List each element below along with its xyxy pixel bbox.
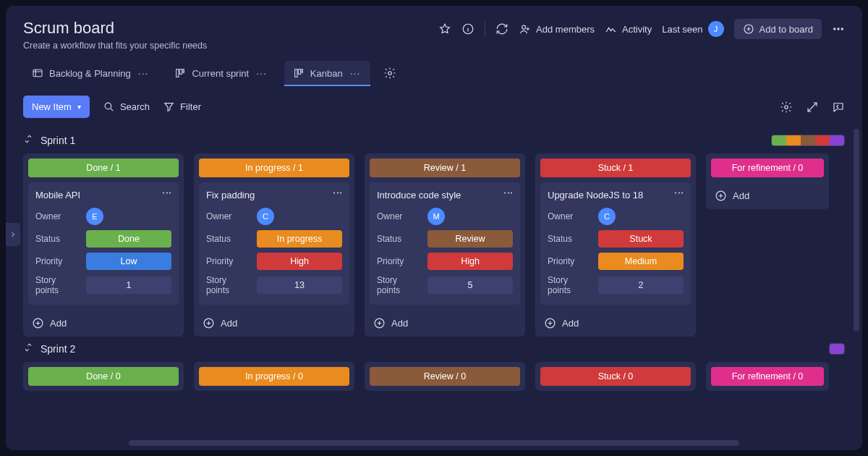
svg-point-14 <box>105 103 111 109</box>
collapse-icon[interactable] <box>23 342 33 355</box>
add-card-button[interactable]: Add <box>194 310 354 337</box>
add-to-board-button[interactable]: Add to board <box>734 19 822 39</box>
new-item-button[interactable]: New Item ▾ <box>23 96 90 118</box>
points-value[interactable]: 5 <box>427 276 513 294</box>
column-header[interactable]: Stuck / 0 <box>540 367 691 386</box>
kanban-column: Stuck / 0 <box>535 362 696 391</box>
tabs: Backlog & Planning ··· Current sprint ··… <box>6 56 862 85</box>
add-card-button[interactable]: Add <box>706 182 829 209</box>
card[interactable]: Introduce code style ⋮ OwnerM StatusRevi… <box>370 182 520 305</box>
toolbar: New Item ▾ Search Filter <box>6 85 862 128</box>
search-button[interactable]: Search <box>103 101 150 113</box>
field-label: Status <box>206 234 251 244</box>
status-badge[interactable]: Done <box>86 230 171 248</box>
svg-point-1 <box>522 25 526 29</box>
card[interactable]: Fix padding ⋮ OwnerC StatusIn progress P… <box>199 182 349 305</box>
owner-avatar[interactable]: E <box>86 208 103 225</box>
legend-swatch <box>786 135 801 146</box>
card-menu-icon[interactable]: ⋮ <box>674 188 685 198</box>
expand-icon[interactable] <box>806 101 819 114</box>
column-header[interactable]: Stuck / 1 <box>540 159 691 177</box>
column-header[interactable]: Review / 1 <box>370 159 520 177</box>
add-label: Add <box>562 318 579 329</box>
points-value[interactable]: 1 <box>86 276 171 294</box>
field-label: Priority <box>35 256 80 266</box>
owner-avatar[interactable]: M <box>427 208 445 225</box>
header: Scrum board Create a workflow that fits … <box>6 6 862 56</box>
vertical-scrollbar[interactable] <box>854 129 859 332</box>
add-label: Add <box>391 318 408 329</box>
svg-rect-7 <box>176 69 179 77</box>
columns: Done / 0In progress / 0Review / 0Stuck /… <box>23 362 845 391</box>
tab-kanban[interactable]: Kanban ··· <box>284 61 371 85</box>
kanban-column: In progress / 0 <box>194 362 354 391</box>
status-badge[interactable]: In progress <box>257 230 342 248</box>
add-card-button[interactable]: Add <box>535 310 696 337</box>
card-title: Upgrade NodeJS to 18 <box>548 190 684 200</box>
points-value[interactable]: 13 <box>257 276 342 294</box>
column-header[interactable]: In progress / 1 <box>199 159 349 177</box>
svg-rect-10 <box>295 69 297 77</box>
field-label: Story points <box>206 275 251 295</box>
sidebar-expand[interactable] <box>6 223 20 246</box>
legend-swatch <box>815 135 830 146</box>
card-menu-icon[interactable]: ⋮ <box>162 188 173 198</box>
card-menu-icon[interactable]: ⋮ <box>503 188 514 198</box>
tab-current-sprint[interactable]: Current sprint ··· <box>166 61 276 85</box>
sprint-legend <box>829 343 845 355</box>
collapse-icon[interactable] <box>23 134 33 146</box>
card-menu-icon[interactable]: ⋮ <box>333 188 344 198</box>
status-badge[interactable]: Review <box>427 230 513 248</box>
star-icon[interactable] <box>438 22 451 35</box>
svg-rect-6 <box>33 69 42 76</box>
comment-icon[interactable] <box>832 101 845 114</box>
owner-avatar[interactable]: C <box>598 208 616 225</box>
card[interactable]: Mobile API ⋮ OwnerE StatusDone PriorityL… <box>28 182 179 305</box>
more-icon[interactable] <box>832 22 845 35</box>
field-label: Priority <box>377 256 422 266</box>
field-label: Status <box>548 234 592 244</box>
tab-menu-icon[interactable]: ··· <box>349 67 362 79</box>
status-badge[interactable]: Stuck <box>598 230 684 248</box>
kanban-column: Review / 0 <box>365 362 525 391</box>
column-header[interactable]: For refinement / 0 <box>711 159 824 177</box>
kanban-column: Done / 1 Mobile API ⋮ OwnerE StatusDone … <box>23 153 184 337</box>
card[interactable]: Upgrade NodeJS to 18 ⋮ OwnerC StatusStuc… <box>540 182 691 305</box>
add-card-button[interactable]: Add <box>365 310 525 337</box>
points-value[interactable]: 2 <box>598 276 684 294</box>
refresh-icon[interactable] <box>495 22 509 35</box>
priority-badge[interactable]: Medium <box>598 253 684 270</box>
tab-backlog[interactable]: Backlog & Planning ··· <box>23 61 158 85</box>
page-subtitle: Create a workflow that fits your specifi… <box>23 41 207 51</box>
tab-settings-icon[interactable] <box>383 67 396 80</box>
info-icon[interactable] <box>461 22 475 35</box>
sprint-legend <box>771 135 845 146</box>
card-title: Introduce code style <box>377 190 513 200</box>
filter-button[interactable]: Filter <box>163 101 201 113</box>
horizontal-scrollbar[interactable] <box>129 440 739 446</box>
column-header[interactable]: For refinement / 0 <box>711 367 824 386</box>
field-label: Story points <box>548 275 592 295</box>
card-title: Mobile API <box>35 190 171 200</box>
add-card-button[interactable]: Add <box>23 310 184 337</box>
priority-badge[interactable]: Low <box>86 253 171 270</box>
sprint-header: Sprint 1 <box>23 128 845 153</box>
column-header[interactable]: Done / 0 <box>28 367 179 386</box>
column-header[interactable]: In progress / 0 <box>199 367 349 386</box>
svg-point-15 <box>785 105 788 109</box>
last-seen[interactable]: Last seen J <box>662 21 723 37</box>
priority-badge[interactable]: High <box>427 253 513 270</box>
tab-menu-icon[interactable]: ··· <box>255 67 268 79</box>
legend-swatch <box>801 135 815 146</box>
tab-menu-icon[interactable]: ··· <box>137 67 150 79</box>
field-label: Owner <box>377 211 422 221</box>
gear-icon[interactable] <box>780 101 793 114</box>
column-header[interactable]: Review / 0 <box>370 367 520 386</box>
legend-swatch <box>772 135 786 146</box>
add-members-button[interactable]: Add members <box>519 23 595 35</box>
activity-button[interactable]: Activity <box>605 23 652 35</box>
column-header[interactable]: Done / 1 <box>28 159 179 177</box>
field-label: Priority <box>548 256 592 266</box>
owner-avatar[interactable]: C <box>257 208 274 225</box>
priority-badge[interactable]: High <box>257 253 342 270</box>
